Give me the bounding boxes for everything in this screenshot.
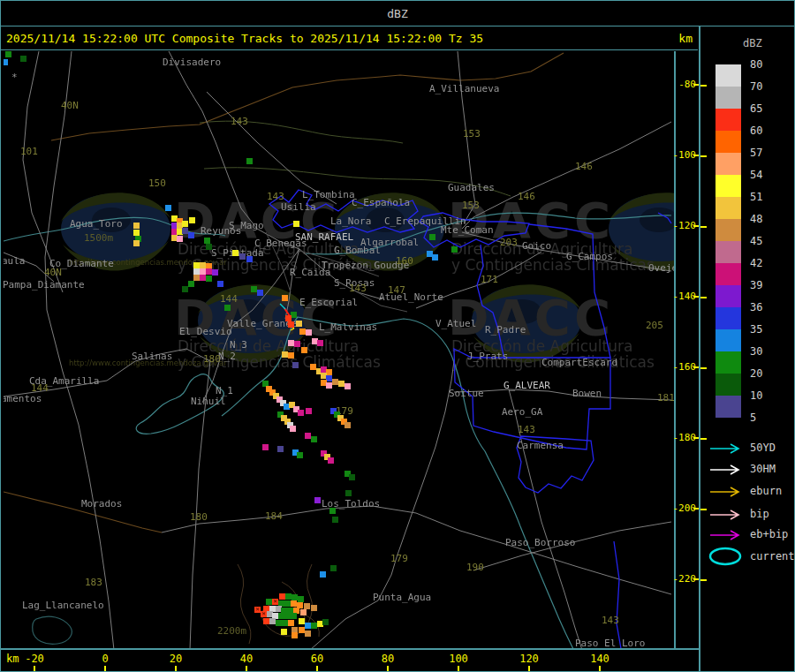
- map-label: El_Desvio: [179, 326, 232, 337]
- page-title: dBZ: [387, 7, 407, 20]
- radar-echo-pixel: [304, 603, 310, 609]
- scale-tick: [700, 367, 707, 369]
- map-label: G_Campos: [566, 251, 613, 262]
- route-number-label: 40N: [61, 100, 79, 111]
- radar-echo-pixel: [281, 629, 287, 635]
- scale-label: 5: [750, 412, 756, 424]
- radar-map-canvas[interactable]: DACC DACC DACC DACC Dirección de Agricul…: [4, 51, 674, 648]
- scale-label: 10: [750, 389, 762, 402]
- map-label: S_Mago: [229, 220, 264, 231]
- route-number-label: 153: [462, 200, 480, 211]
- route-number-label: 144: [31, 382, 49, 394]
- radar-echo-pixel: [206, 276, 212, 282]
- map-label: Pampa_Diamante: [4, 279, 85, 291]
- map-label: C_Española: [352, 197, 410, 208]
- radar-echo-pixel: [298, 596, 304, 602]
- radar-echo-pixel: [200, 275, 206, 281]
- radar-echo-pixel: [133, 230, 140, 236]
- radar-echo-pixel: [311, 623, 317, 629]
- map-label: Agua_Toro: [70, 218, 123, 230]
- bottom-axis: km -20020406080100120140: [1, 652, 699, 672]
- radar-echo-pixel: [305, 630, 311, 637]
- radar-echo-pixel: [432, 254, 438, 260]
- bottom-axis-label: 0: [86, 653, 125, 665]
- scale-label: 48: [750, 213, 762, 225]
- scale-label: 20: [750, 367, 762, 380]
- route-number-label: 150: [148, 177, 166, 189]
- radar-echo-pixel: [330, 565, 337, 571]
- route-number-label: 184: [265, 510, 283, 522]
- radar-echo-pixel: [290, 426, 296, 432]
- map-label: CompartEscard: [541, 357, 617, 368]
- scale-label: 42: [750, 257, 762, 269]
- radar-echo-pixel: [246, 158, 253, 164]
- radar-echo-pixel: [288, 352, 294, 359]
- route-number-label: 143: [602, 615, 619, 626]
- radar-echo-pixel: [292, 594, 298, 600]
- bottom-axis-tick: [34, 666, 35, 672]
- radar-echo-pixel: [326, 382, 332, 389]
- legend-label: 30HM: [750, 463, 776, 475]
- radar-echo-pixel: [269, 618, 276, 624]
- scale-tick: [700, 297, 707, 298]
- route-number-label: 40N: [44, 267, 62, 278]
- map-label: L_Malvinas: [319, 321, 377, 333]
- radar-echo-pixel: [314, 497, 321, 503]
- radar-echo-pixel: [292, 632, 298, 638]
- radar-echo-pixel: [299, 618, 305, 624]
- route-number-label: 146: [518, 191, 535, 202]
- map-region: DACC DACC DACC DACC Dirección de Agricul…: [1, 51, 699, 650]
- radar-echo-pixel: [311, 605, 317, 611]
- radar-echo-pixel: [297, 452, 303, 458]
- map-label: N_2: [218, 351, 236, 362]
- map-label: J_Prats: [467, 351, 508, 362]
- current-symbol: [708, 546, 746, 570]
- bottom-axis-tick: [104, 666, 106, 672]
- radar-echo-pixel: [288, 321, 294, 328]
- scale-tick: [700, 438, 707, 440]
- radar-echo-pixel: [451, 246, 458, 253]
- bottom-axis-label: 20: [156, 653, 195, 665]
- bottom-axis-tick: [599, 666, 601, 672]
- bottom-axis-label: 100: [439, 653, 478, 665]
- radar-echo-pixel: [239, 253, 246, 260]
- map-label: Guadales: [448, 182, 495, 193]
- radar-echo-pixel: [182, 221, 188, 227]
- radar-echo-pixel: [294, 341, 300, 347]
- map-label: 1500m: [84, 232, 113, 244]
- scale-block: [716, 307, 741, 329]
- route-number-label: 143: [267, 191, 284, 202]
- route-number-label: 180: [203, 353, 221, 365]
- route-number-label: 144: [220, 293, 238, 305]
- bip-arrow-icon: [708, 509, 746, 521]
- radar-echo-pixel: [206, 268, 212, 275]
- radar-echo-pixel: [320, 571, 326, 578]
- scale-block: [716, 197, 741, 219]
- legend-label: eburn: [750, 485, 782, 497]
- radar-echo-pixel: [133, 240, 140, 246]
- radar-echo-pixel: [165, 205, 171, 211]
- scale-tick: [700, 85, 707, 87]
- route-number-label: 143: [518, 424, 535, 435]
- map-label: Usilia: [281, 201, 316, 213]
- scale-panel: dBZ 80706560575451484542393635302010550Y…: [699, 26, 795, 672]
- radar-echo-pixel: [291, 613, 297, 619]
- scale-tick: [700, 155, 707, 157]
- radar-echo-pixel: [305, 623, 311, 629]
- map-label: *: [11, 72, 18, 83]
- radar-echo-pixel: [279, 593, 285, 600]
- right-axis-unit: km: [678, 32, 693, 45]
- radar-echo-pixel: ✕: [261, 611, 267, 617]
- radar-echo-pixel: [300, 609, 307, 615]
- radar-echo-pixel: [263, 618, 269, 624]
- radar-echo-pixel: [182, 286, 188, 292]
- map-label: G_ALVEAR: [504, 380, 550, 391]
- scale-block: [716, 285, 741, 307]
- legend-label: current: [750, 550, 795, 563]
- eburn-arrow-icon: [708, 486, 746, 498]
- radar-echo-pixel: [326, 375, 332, 381]
- map-label: R_Padre: [485, 324, 526, 336]
- radar-echo-pixel: [299, 627, 305, 633]
- scale-title: dBZ: [743, 37, 762, 49]
- eburn-symbol: [708, 485, 746, 502]
